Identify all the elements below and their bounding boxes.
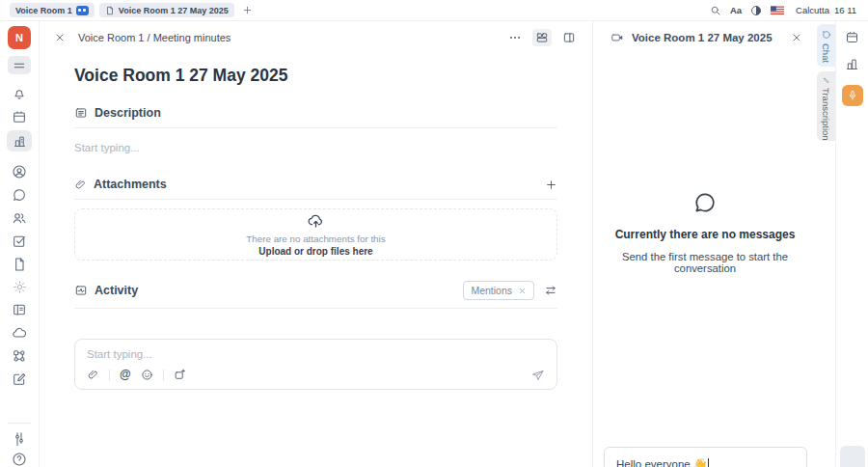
- calendar-icon[interactable]: [12, 109, 27, 124]
- voice-room-badge-icon: [76, 6, 89, 15]
- document-icon: [105, 6, 115, 15]
- chat-input-value: Hello everyone 👋: [616, 458, 707, 467]
- timezone-clock[interactable]: Calcutta 16 11: [796, 5, 856, 15]
- profile-icon[interactable]: [12, 164, 27, 179]
- tab-transcription[interactable]: Transcription: [817, 71, 835, 141]
- attachments-section-header: Attachments: [74, 178, 557, 191]
- attachments-upload-action: Upload or drop files here: [258, 246, 372, 257]
- settings-sliders-icon[interactable]: [12, 430, 27, 446]
- activity-label: Activity: [95, 284, 138, 297]
- mentions-filter-chip[interactable]: Mentions: [463, 281, 534, 300]
- board-view-button[interactable]: [532, 29, 552, 46]
- more-options-icon[interactable]: [508, 31, 522, 44]
- workspace-tab-label: Voice Room 1: [15, 6, 72, 15]
- menu-button[interactable]: [8, 56, 31, 74]
- emoji-icon[interactable]: [141, 369, 153, 381]
- attachments-dropzone[interactable]: There are no attachments for this Upload…: [74, 208, 557, 261]
- activity-icon: [74, 284, 88, 297]
- description-section-header: Description: [74, 106, 557, 120]
- rail-bottom-button[interactable]: [840, 446, 865, 467]
- left-sidebar: N: [0, 21, 40, 467]
- section-divider: [74, 308, 557, 309]
- top-bar: Voice Room 1 Voice Room 1 27 May 2025 Aa…: [0, 0, 868, 21]
- text-format-button[interactable]: Aa: [730, 5, 742, 15]
- right-tab-strip: Chat Transcription: [817, 21, 835, 467]
- us-flag-icon[interactable]: [771, 6, 784, 15]
- toolbar-divider: [163, 370, 164, 381]
- mention-at-icon[interactable]: [120, 369, 131, 381]
- text-caret: [708, 458, 709, 467]
- insert-template-icon[interactable]: [174, 369, 186, 381]
- search-icon[interactable]: [710, 5, 721, 16]
- document-pane: Voice Room 1 / Meeting minutes Voice Roo…: [40, 21, 592, 467]
- time-value: 16 11: [834, 5, 856, 15]
- attach-file-icon[interactable]: [87, 369, 99, 381]
- breadcrumb: Voice Room 1 / Meeting minutes: [78, 32, 231, 43]
- empty-chat-bubble-icon: [692, 190, 718, 215]
- sort-filter-icon[interactable]: [544, 284, 557, 297]
- document-tab[interactable]: Voice Room 1 27 May 2025: [99, 3, 234, 17]
- video-camera-icon: [610, 31, 624, 44]
- reader-book-icon[interactable]: [12, 302, 27, 317]
- calendar-icon[interactable]: [845, 30, 859, 44]
- description-label: Description: [95, 106, 161, 120]
- description-input[interactable]: Start typing...: [74, 142, 557, 153]
- avatar[interactable]: N: [8, 26, 31, 49]
- app-window: Voice Room 1 Voice Room 1 27 May 2025 Aa…: [0, 0, 868, 467]
- tasks-check-icon[interactable]: [12, 234, 27, 249]
- composer-input[interactable]: Start typing...: [87, 348, 152, 360]
- toolbar-divider: [109, 370, 110, 381]
- chat-header: Voice Room 1 27 May 2025: [593, 21, 817, 53]
- office-building-icon[interactable]: [845, 57, 859, 71]
- compose-pencil-icon[interactable]: [12, 371, 27, 387]
- help-icon[interactable]: [12, 452, 27, 467]
- contrast-theme-icon[interactable]: [750, 5, 762, 16]
- chat-panel: Voice Room 1 27 May 2025 Currently there…: [592, 21, 817, 467]
- chat-tab-label: Chat: [821, 43, 831, 63]
- hamburger-menu-icon: [13, 59, 26, 72]
- close-chat-icon[interactable]: [791, 32, 802, 43]
- notifications-bell-icon[interactable]: [12, 86, 27, 101]
- split-view-icon[interactable]: [562, 31, 576, 44]
- microphone-button[interactable]: [842, 85, 863, 106]
- chat-bubble-icon[interactable]: [12, 187, 27, 203]
- transcription-tab-label: Transcription: [821, 88, 831, 141]
- close-document-icon[interactable]: [54, 32, 66, 43]
- file-icon[interactable]: [12, 257, 27, 272]
- tab-chat[interactable]: Chat: [817, 24, 835, 67]
- top-tabs: Voice Room 1 Voice Room 1 27 May 2025: [10, 3, 253, 17]
- remove-filter-icon[interactable]: [518, 287, 527, 295]
- office-building-item[interactable]: [7, 130, 32, 151]
- document-header: Voice Room 1 / Meeting minutes: [40, 21, 592, 53]
- document-tab-label: Voice Room 1 27 May 2025: [119, 6, 229, 15]
- mentions-chip-label: Mentions: [471, 285, 512, 296]
- activity-section-header: Activity Mentions: [74, 281, 557, 300]
- right-sidebar: [835, 21, 868, 467]
- attachments-empty-text: There are no attachments for this: [246, 234, 385, 244]
- timezone-label: Calcutta: [796, 5, 829, 15]
- upload-cloud-icon: [307, 212, 325, 231]
- activity-composer[interactable]: Start typing...: [74, 339, 557, 390]
- workspace-tab[interactable]: Voice Room 1: [10, 3, 95, 17]
- chat-empty-title: Currently there are no messages: [603, 228, 807, 241]
- chat-empty-state: Currently there are no messages Send the…: [593, 190, 817, 274]
- board-view-icon: [535, 31, 549, 44]
- microphone-icon: [847, 90, 858, 101]
- chat-empty-subtitle: Send the first message to start the conv…: [603, 251, 807, 274]
- cloud-icon[interactable]: [12, 325, 27, 341]
- chat-tab-icon: [822, 30, 831, 40]
- transcription-tab-icon: [823, 76, 829, 86]
- document-content: Voice Room 1 27 May 2025 Description Sta…: [40, 53, 592, 390]
- top-bar-right: Aa Calcutta 16 11: [710, 5, 856, 16]
- integrations-tree-icon[interactable]: [12, 348, 27, 364]
- add-attachment-icon[interactable]: [545, 179, 557, 191]
- team-people-icon[interactable]: [12, 210, 27, 226]
- section-divider: [74, 199, 557, 200]
- office-building-icon: [13, 134, 27, 149]
- theme-sun-icon[interactable]: [13, 280, 27, 294]
- sidebar-divider: [8, 423, 31, 424]
- new-tab-plus-icon[interactable]: [242, 5, 253, 15]
- composer-toolbar: [87, 368, 545, 382]
- send-icon[interactable]: [530, 368, 545, 382]
- chat-message-input[interactable]: Hello everyone 👋: [604, 447, 807, 467]
